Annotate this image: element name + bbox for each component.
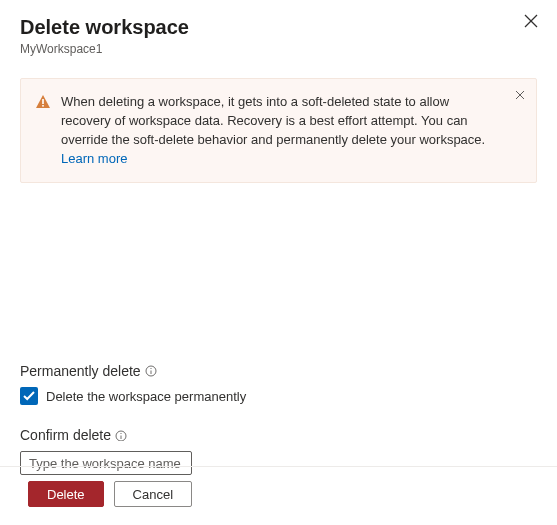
learn-more-link[interactable]: Learn more (61, 151, 127, 166)
info-icon[interactable] (145, 365, 157, 377)
confirm-delete-label-text: Confirm delete (20, 427, 111, 443)
permanently-delete-label-text: Permanently delete (20, 363, 141, 379)
permanently-delete-checkbox-label: Delete the workspace permanently (46, 389, 246, 404)
alert-text: When deleting a workspace, it gets into … (61, 93, 500, 168)
svg-rect-2 (42, 99, 44, 104)
permanently-delete-label: Permanently delete (20, 363, 537, 379)
close-icon (515, 88, 525, 103)
info-icon[interactable] (115, 429, 127, 441)
confirm-delete-label: Confirm delete (20, 427, 537, 443)
alert-message: When deleting a workspace, it gets into … (61, 94, 485, 147)
close-panel-button[interactable] (521, 12, 541, 32)
checkmark-icon (23, 389, 35, 404)
close-icon (524, 14, 538, 31)
page-title: Delete workspace (20, 14, 537, 40)
footer-actions: Delete Cancel (0, 466, 557, 525)
dismiss-alert-button[interactable] (512, 87, 528, 103)
warning-icon (35, 94, 51, 110)
cancel-button[interactable]: Cancel (114, 481, 192, 507)
workspace-name-subtitle: MyWorkspace1 (20, 42, 537, 56)
svg-rect-3 (42, 105, 44, 107)
permanently-delete-checkbox[interactable] (20, 387, 38, 405)
delete-button[interactable]: Delete (28, 481, 104, 507)
soft-delete-warning-alert: When deleting a workspace, it gets into … (20, 78, 537, 183)
svg-point-11 (120, 433, 121, 434)
svg-point-8 (150, 368, 151, 369)
